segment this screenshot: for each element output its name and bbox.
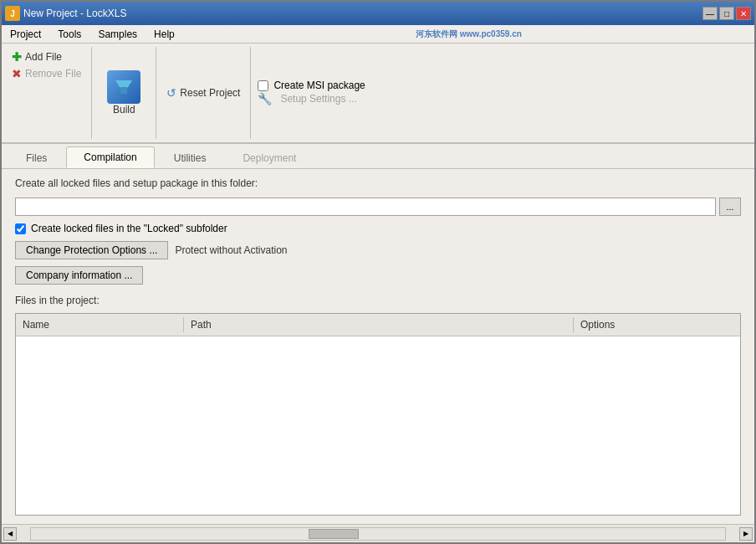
minimize-button[interactable]: —: [702, 7, 718, 20]
reset-toolbar-group: ↺ Reset Project: [156, 47, 251, 139]
company-info-row: Company information ...: [15, 266, 741, 285]
protect-without-label: Protect without Activation: [175, 244, 287, 256]
col-options-header: Options: [573, 317, 740, 332]
folder-input-row: ...: [15, 198, 741, 216]
action-buttons-row: Change Protection Options ... Protect wi…: [15, 241, 741, 259]
table-header: Name Path Options: [16, 314, 740, 336]
content-area: Create all locked files and setup packag…: [2, 169, 754, 524]
file-toolbar-group: ✚ Add File ✖ Remove File: [2, 47, 92, 139]
reset-project-button[interactable]: ↺ Reset Project: [163, 85, 243, 101]
reset-label: Reset Project: [180, 87, 240, 99]
title-controls: — □ ✕: [702, 7, 751, 20]
add-file-label: Add File: [25, 51, 62, 63]
create-msi-row: Create MSI package: [258, 80, 365, 91]
create-msi-checkbox[interactable]: [258, 80, 268, 91]
locked-subfolder-row: Create locked files in the "Locked" subf…: [15, 223, 741, 234]
main-window: J New Project - LockXLS — □ ✕ Project To…: [0, 0, 756, 544]
locked-subfolder-label: Create locked files in the "Locked" subf…: [31, 223, 227, 234]
tab-compilation[interactable]: Compilation: [66, 146, 154, 168]
setup-settings-button[interactable]: Setup Settings ...: [277, 91, 360, 106]
status-bar: ◀ ▶: [2, 524, 754, 542]
window-title: New Project - LockXLS: [23, 8, 126, 19]
tab-files[interactable]: Files: [8, 147, 64, 168]
msi-toolbar-group: Create MSI package 🔧 Setup Settings ...: [251, 47, 371, 139]
reset-icon: ↺: [166, 86, 176, 100]
locked-subfolder-checkbox[interactable]: [15, 223, 26, 234]
tabs-bar: Files Compilation Utilities Deployment: [2, 144, 754, 169]
menu-samples[interactable]: Samples: [89, 26, 146, 43]
title-bar: J New Project - LockXLS — □ ✕: [2, 2, 754, 25]
col-name-header: Name: [16, 317, 183, 332]
add-file-button[interactable]: ✚ Add File: [8, 49, 84, 65]
scrollbar-track[interactable]: [30, 527, 726, 541]
build-label: Build: [113, 104, 135, 115]
change-protection-button[interactable]: Change Protection Options ...: [15, 241, 168, 259]
files-table: Name Path Options: [15, 313, 741, 516]
close-button[interactable]: ✕: [736, 7, 751, 20]
remove-file-button[interactable]: ✖ Remove File: [8, 65, 84, 82]
maximize-button[interactable]: □: [719, 7, 734, 20]
scrollbar-area: ◀ ▶: [2, 527, 754, 541]
scroll-right-button[interactable]: ▶: [739, 527, 753, 541]
folder-label: Create all locked files and setup packag…: [15, 177, 741, 189]
tab-utilities[interactable]: Utilities: [156, 147, 224, 168]
scroll-left-button[interactable]: ◀: [3, 527, 17, 541]
svg-rect-1: [120, 87, 127, 94]
build-icon: [107, 70, 140, 104]
table-body: [16, 336, 740, 515]
col-path-header: Path: [183, 317, 573, 332]
menu-help[interactable]: Help: [146, 26, 183, 43]
files-label: Files in the project:: [15, 295, 741, 306]
setup-settings-row: 🔧 Setup Settings ...: [258, 91, 365, 106]
toolbar: ✚ Add File ✖ Remove File Build: [2, 44, 754, 144]
scrollbar-thumb[interactable]: [309, 529, 359, 539]
build-button[interactable]: Build: [99, 67, 149, 119]
build-toolbar-group: Build: [92, 47, 156, 139]
tab-deployment[interactable]: Deployment: [225, 147, 314, 168]
browse-button[interactable]: ...: [719, 198, 741, 216]
setup-settings-icon: 🔧: [258, 92, 272, 105]
app-icon: J: [5, 6, 20, 21]
title-bar-left: J New Project - LockXLS: [5, 6, 126, 21]
folder-input[interactable]: [15, 198, 716, 216]
add-icon: ✚: [12, 50, 22, 64]
company-info-button[interactable]: Company information ...: [15, 266, 143, 285]
menu-tools[interactable]: Tools: [49, 26, 89, 43]
remove-icon: ✖: [12, 67, 22, 80]
menu-bar: Project Tools Samples Help 河东软件网 www.pc0…: [2, 25, 754, 44]
create-msi-label: Create MSI package: [273, 80, 365, 91]
menu-project[interactable]: Project: [2, 26, 49, 43]
remove-file-label: Remove File: [25, 68, 81, 80]
